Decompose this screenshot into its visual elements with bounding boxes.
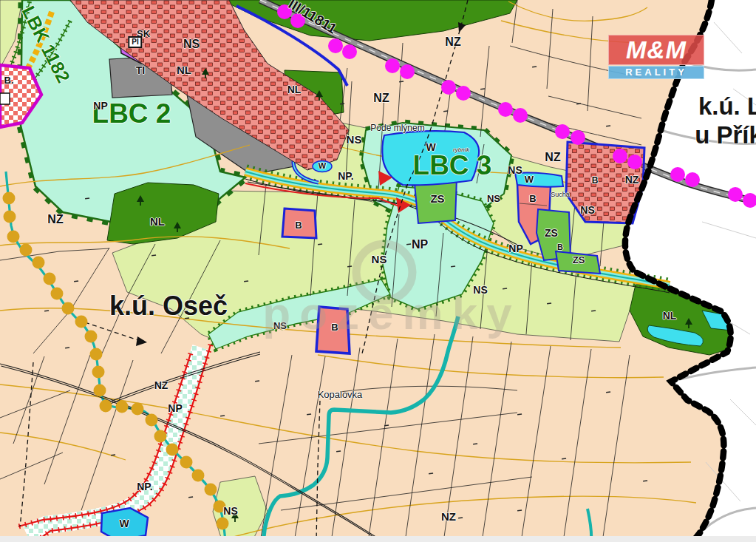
mm-reality-logo: M&M REALITY (608, 35, 704, 79)
zone-label-nz: NZ (441, 511, 456, 522)
zone-label-nz: NZ (373, 92, 389, 104)
zone-label-ns: NS (508, 165, 522, 175)
zone-label-b-: B. (4, 75, 14, 85)
zone-label-nz: NZ (47, 214, 63, 226)
place-label-pode-mlýnem: Pode mlýnem (370, 123, 424, 132)
map-canvas (0, 0, 756, 542)
zone-label-b: B (529, 194, 536, 203)
place-label-rybník: rybník (453, 147, 469, 153)
logo-mm: M&M (608, 35, 704, 65)
zone-label-ns: NS (580, 205, 594, 215)
zone-label-np: NP (412, 239, 428, 251)
place-label-kopalovka: Kopalovka (318, 390, 363, 399)
zone-label-b: B (592, 176, 599, 185)
zone-label-b: B (557, 243, 563, 251)
label-ku-neighbor-line2: u Přík (695, 123, 756, 147)
zone-label-b: B (295, 220, 302, 230)
zone-label-ns: NS (372, 254, 387, 265)
zone-label-ns: NS (183, 38, 200, 50)
zone-label-nl: NL (287, 84, 302, 95)
label-ku-neighbor-line1: k.ú. L (698, 94, 756, 118)
logo-reality: REALITY (608, 66, 704, 79)
zone-label-w: W (525, 175, 534, 184)
zone-label-nz: NZ (625, 175, 639, 185)
zone-label-nl: NL (663, 311, 677, 321)
zone-label-np: NP (93, 101, 107, 111)
zone-label-np-: NP. (137, 481, 153, 492)
zone-label-ns: NS (223, 506, 237, 516)
place-label-suchá: Suchá (551, 192, 570, 198)
viewport-edge (0, 536, 756, 542)
zone-label-np: NP (168, 403, 182, 413)
zone-label-w: W (319, 162, 326, 170)
zone-label-ns: NS (487, 194, 500, 203)
label-lbc-3: LBC 3 (413, 152, 492, 179)
zone-label-pi: PI (128, 36, 142, 48)
zone-label-w: W (426, 142, 435, 152)
zone-label-np: NP (508, 243, 522, 254)
zone-label-nz: NZ (154, 380, 168, 390)
zone-label-nl: NL (150, 216, 165, 227)
zone-label-nl: NL (177, 64, 191, 75)
zone-label-w: W (119, 518, 129, 529)
zone-label-nz: NZ (445, 36, 460, 48)
zone-label-nz: NZ (545, 152, 560, 163)
zone-label-np-: NP. (338, 171, 354, 181)
pond-small (515, 173, 563, 187)
map-viewport[interactable]: LBC 2LBC 3LBK 1182k.ú. Osečk.ú. Lu PříkI… (0, 0, 756, 542)
zone-label-ti: TI (136, 65, 145, 75)
zone-label-zs: ZS (430, 193, 444, 204)
zone-label-ns: NS (347, 134, 362, 145)
zone-label-zs: ZS (573, 255, 585, 265)
site-watermark: pozemky (207, 287, 576, 339)
zone-label-zs: ZS (545, 228, 558, 238)
